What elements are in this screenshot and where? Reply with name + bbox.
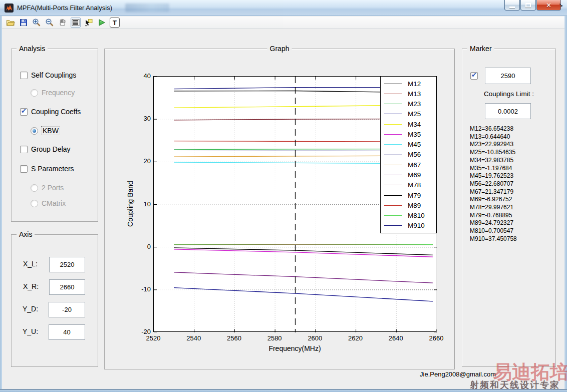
marker-panel: Marker Couplings Limit : M12=36.654238M1… <box>462 49 556 367</box>
couplings-limit-label: Couplings Limit : <box>462 90 555 98</box>
x-tick-label: 2540 <box>182 334 206 342</box>
x-left-field[interactable] <box>49 257 85 272</box>
legend-entry-label: M34 <box>408 121 421 128</box>
marker-value: M34=32.983785 <box>470 157 554 165</box>
legend-line-sample <box>384 134 402 135</box>
x-tick-label: 2580 <box>262 334 287 342</box>
window-border-right <box>564 16 567 392</box>
chart-legend[interactable]: M12M13M23M25M34M35M45M56M67M69M78M79M89M… <box>380 76 437 233</box>
x-right-field[interactable] <box>49 279 85 295</box>
marker-panel-label: Marker <box>467 45 494 53</box>
cmatrix-radio <box>31 200 38 207</box>
series-line-M25 <box>174 288 433 301</box>
legend-entry: M12 <box>381 79 436 89</box>
legend-line-sample <box>384 124 402 125</box>
legend-entry: M25 <box>381 109 436 119</box>
marker-value: M23=22.992943 <box>470 141 554 149</box>
marker-value: M78=29.997621 <box>470 204 554 212</box>
y-down-field[interactable] <box>49 302 85 317</box>
legend-entry-label: M45 <box>408 141 421 148</box>
legend-entry-label: M810 <box>408 212 425 219</box>
open-icon[interactable] <box>6 18 16 28</box>
titlebar[interactable]: MPFA(Multi-Ports Filter Analysis) ✕ <box>0 0 567 16</box>
legend-line-sample <box>384 185 402 185</box>
minimize-icon <box>509 7 515 8</box>
save-icon[interactable] <box>19 18 29 28</box>
datacursor-icon[interactable] <box>84 18 94 28</box>
marker-value: M56=22.680707 <box>470 180 554 188</box>
legend-entry-label: M13 <box>408 90 421 98</box>
zoom-in-icon[interactable] <box>32 18 42 28</box>
self-couplings-checkbox[interactable] <box>20 72 28 79</box>
series-line-M69 <box>174 272 433 283</box>
legend-entry-label: M69 <box>408 171 421 179</box>
group-delay-checkbox[interactable] <box>20 146 28 153</box>
marker-value: M79=-0.768895 <box>470 212 554 220</box>
legend-entry-label: M89 <box>408 202 421 209</box>
x-tick-label: 2620 <box>344 334 368 342</box>
y-tick-label: -10 <box>130 285 151 293</box>
legend-entry-label: M23 <box>408 100 421 108</box>
analysis-panel: Analysis Self Couplings Frequency Coupli… <box>11 49 98 222</box>
s-parameters-checkbox[interactable] <box>20 165 28 173</box>
marker-frequency-field[interactable] <box>485 68 531 84</box>
marker-value: M35=-1.197684 <box>470 165 554 173</box>
s-parameters-label: S Parameters <box>31 165 74 173</box>
legend-entry: M45 <box>381 140 436 149</box>
two-ports-label: 2 Ports <box>42 184 64 192</box>
kbw-radio[interactable] <box>31 127 38 135</box>
plot-area[interactable]: M12M13M23M25M34M35M45M56M67M69M78M79M89M… <box>153 76 436 332</box>
legend-line-sample <box>384 144 402 145</box>
legend-entry-label: M78 <box>408 181 421 189</box>
legend-entry: M23 <box>381 99 436 109</box>
legend-line-sample <box>384 165 402 165</box>
series-line-M79 <box>174 248 433 255</box>
matlab-logo-icon <box>5 4 14 13</box>
x-tick-label: 2560 <box>222 334 246 342</box>
legend-line-sample <box>384 215 402 216</box>
overflow-arrow-icon[interactable]: ↘ <box>559 3 563 8</box>
run-icon[interactable] <box>97 18 107 28</box>
marker-value: M69=-6.926752 <box>470 196 554 204</box>
legend-entry: M67 <box>381 160 436 170</box>
legend-entry-label: M67 <box>408 161 421 169</box>
watermark-tagline-text: 射频和天线设计专家 <box>470 379 560 391</box>
maximize-button[interactable] <box>520 0 536 11</box>
axis-panel: Axis X_L: X_R: Y_D: Y_U: <box>11 234 98 367</box>
x-axis-title: Frequency(MHz) <box>153 344 436 352</box>
coupling-coeffs-checkbox[interactable] <box>20 108 28 116</box>
marker-value: M910=37.450758 <box>470 235 554 243</box>
pan-icon[interactable] <box>58 18 68 28</box>
y-tick-label: 30 <box>130 115 151 122</box>
y-tick-label: -20 <box>130 328 151 335</box>
marker-value: M13=0.644640 <box>470 133 554 141</box>
two-ports-radio <box>31 184 38 192</box>
couplings-limit-field[interactable] <box>485 103 531 119</box>
series-line-M810 <box>174 244 433 245</box>
zoom-out-icon[interactable] <box>45 18 55 28</box>
minimize-button[interactable] <box>504 0 520 11</box>
legend-entry-label: M12 <box>408 80 421 88</box>
window-title: MPFA(Multi-Ports Filter Analysis) <box>17 4 112 12</box>
legend-entry-label: M910 <box>408 222 425 229</box>
legend-line-sample <box>384 114 402 114</box>
legend-line-sample <box>384 154 402 155</box>
x-right-label: X_R: <box>23 282 39 290</box>
legend-entry: M79 <box>381 191 436 200</box>
marker-enable-checkbox[interactable] <box>470 72 478 80</box>
x-tick-label: 2600 <box>303 334 327 342</box>
y-axis-title: Coupling Band <box>126 154 135 254</box>
legend-entry: M35 <box>381 130 436 139</box>
legend-line-sample <box>384 175 402 175</box>
x-tick-label: 2660 <box>424 334 448 342</box>
x-left-label: X_L: <box>23 260 38 268</box>
text-annotation-icon[interactable]: T <box>110 18 120 28</box>
y-up-field[interactable] <box>49 324 85 340</box>
legend-icon[interactable] <box>71 18 81 28</box>
window-border-left <box>0 16 2 392</box>
legend-entry-label: M56 <box>408 151 421 158</box>
legend-line-sample <box>384 225 402 226</box>
frequency-radio <box>31 89 38 97</box>
cmatrix-label: CMatrix <box>42 199 66 207</box>
close-button[interactable]: ✕ <box>536 0 561 11</box>
